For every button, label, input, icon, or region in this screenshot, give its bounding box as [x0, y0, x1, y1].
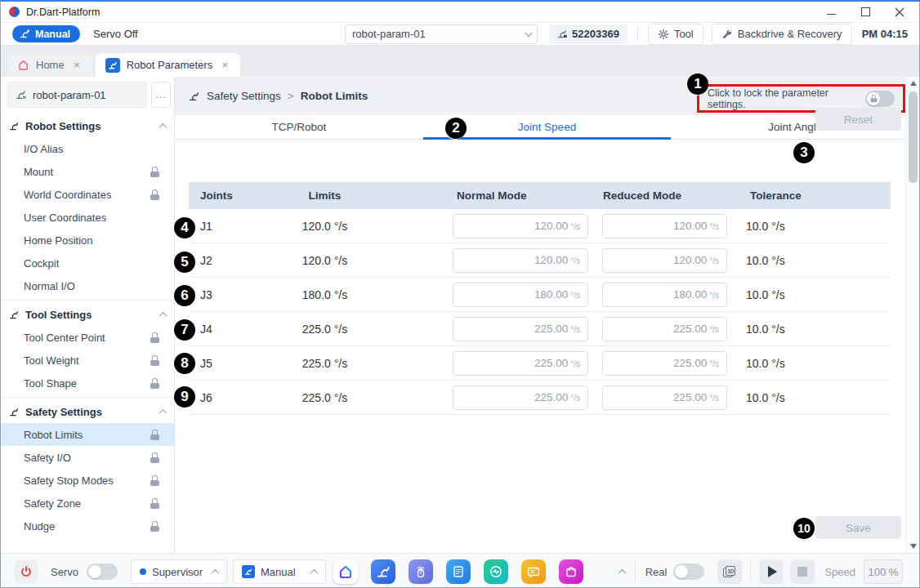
app-title: Dr.Dart-Platform: [26, 7, 100, 18]
joint-tolerance: 10.0 °/s: [735, 323, 891, 336]
dock-store-app[interactable]: [559, 559, 583, 584]
col-reduced-mode: Reduced Mode: [596, 189, 735, 202]
manual-mode-button[interactable]: Manual: [12, 25, 80, 42]
sidebar-item-user-coordinates[interactable]: User Coordinates: [1, 206, 174, 229]
item-label: Tool Center Point: [24, 332, 105, 344]
annotation-badge-3: 3: [793, 142, 815, 163]
reduced-mode-input[interactable]: 225.00°/s: [602, 317, 727, 341]
normal-mode-input[interactable]: 120.00°/s: [453, 248, 588, 273]
simulator-3d-button[interactable]: 3D: [717, 559, 742, 584]
sidebar-item-nudge[interactable]: Nudge: [1, 514, 174, 537]
sidebar-preset-box[interactable]: robot-param-01: [7, 82, 147, 108]
item-label: World Coordinates: [24, 189, 111, 201]
lock-icon: [150, 189, 159, 200]
maximize-button[interactable]: [860, 7, 870, 17]
app-window: Dr.Dart-Platform Manual Servo Off robot-…: [0, 0, 920, 588]
dock-document-app[interactable]: [446, 559, 471, 584]
breadcrumb-parent[interactable]: Safety Settings: [207, 90, 281, 102]
dock-remote-app[interactable]: [409, 559, 433, 584]
annotation-badge-4: 4: [174, 217, 195, 238]
table-header-row: Joints Limits Normal Mode Reduced Mode T…: [189, 182, 891, 209]
sidebar-item-robot-limits[interactable]: Robot Limits: [1, 423, 174, 446]
backdrive-recovery-button[interactable]: Backdrive & Recovery: [712, 24, 852, 45]
input-value: 225.00: [673, 357, 707, 369]
input-value: 180.00: [534, 288, 568, 301]
input-value: 225.00: [534, 391, 568, 403]
servo-toggle[interactable]: [87, 564, 118, 580]
minimize-button[interactable]: [826, 7, 836, 17]
sidebar-item-safety-zone[interactable]: Safety Zone: [1, 492, 174, 514]
tab-robot-parameters[interactable]: Robot Parameters ×: [96, 53, 241, 77]
scrollbar-thumb[interactable]: [909, 91, 918, 183]
robot-serial-badge[interactable]: 52203369: [549, 24, 627, 44]
dock-message-app[interactable]: [521, 559, 546, 584]
item-label: Robot Limits: [24, 429, 83, 441]
mode-select[interactable]: Manual: [233, 559, 326, 584]
sidebar-item-tool-weight[interactable]: Tool Weight: [1, 349, 174, 372]
unlock-icon: [870, 95, 877, 102]
play-button[interactable]: [759, 559, 784, 584]
normal-mode-input[interactable]: 180.00°/s: [453, 283, 588, 307]
reduced-mode-input[interactable]: 225.00°/s: [602, 385, 727, 410]
save-button[interactable]: Save: [815, 516, 901, 539]
tab-tcp-robot[interactable]: TCP/Robot: [175, 115, 423, 139]
sidebar-item-safety-io[interactable]: Safety I/O: [1, 446, 174, 469]
tab-label: Joint Speed: [518, 121, 576, 133]
section-safety-settings[interactable]: Safety Settings: [1, 400, 174, 423]
sidebar-item-tool-center-point[interactable]: Tool Center Point: [1, 326, 174, 349]
scroll-down-button[interactable]: [906, 540, 920, 553]
section-robot-settings[interactable]: Robot Settings: [1, 114, 174, 137]
sidebar-item-home-position[interactable]: Home Position: [1, 229, 174, 252]
close-button[interactable]: [895, 7, 904, 17]
sidebar-item-tool-shape[interactable]: Tool Shape: [1, 372, 174, 394]
chat-bubble-icon: [526, 564, 541, 579]
reduced-mode-input[interactable]: 120.00°/s: [602, 214, 727, 238]
tab-robot-parameters-close-icon[interactable]: ×: [219, 59, 230, 71]
scroll-up-button[interactable]: [906, 77, 920, 90]
maximize-icon: [861, 7, 870, 16]
sidebar-item-normal-io[interactable]: Normal I/O: [1, 274, 174, 297]
power-button[interactable]: [15, 560, 38, 583]
sidebar-more-button[interactable]: ...: [151, 82, 171, 108]
normal-mode-input[interactable]: 225.00°/s: [453, 385, 588, 410]
table-row-j2: J2 120.0 °/s 120.00°/s 120.00°/s 10.0 °/…: [189, 243, 891, 278]
input-unit: °/s: [709, 323, 719, 334]
sidebar-item-cockpit[interactable]: Cockpit: [1, 252, 174, 274]
tool-button[interactable]: Tool: [648, 24, 703, 45]
dock-expand-chevron-icon[interactable]: [618, 568, 626, 577]
speed-value-box[interactable]: 100 %: [864, 559, 903, 584]
reduced-mode-input[interactable]: 120.00°/s: [602, 248, 727, 273]
sidebar-item-io-alias[interactable]: I/O Alias: [1, 137, 174, 160]
reduced-mode-input[interactable]: 180.00°/s: [602, 283, 727, 307]
user-role-select[interactable]: Supervisor: [131, 559, 227, 584]
dock-robot-params-app[interactable]: [371, 559, 395, 584]
item-label: Cockpit: [24, 257, 59, 270]
user-role-value: Supervisor: [152, 566, 203, 578]
arrow-up-icon: [910, 81, 917, 86]
input-unit: °/s: [570, 323, 580, 334]
dock-monitoring-app[interactable]: [484, 559, 508, 584]
stop-button[interactable]: [790, 559, 815, 584]
dock-home-app[interactable]: [333, 559, 358, 584]
item-label: Safety Stop Modes: [24, 474, 114, 487]
normal-mode-input[interactable]: 225.00°/s: [453, 351, 588, 376]
tab-home[interactable]: Home ×: [7, 53, 92, 77]
reset-button[interactable]: Reset: [815, 108, 901, 131]
normal-mode-input[interactable]: 225.00°/s: [453, 317, 588, 341]
robot-preset-select[interactable]: robot-param-01: [345, 24, 538, 44]
manual-mode-label: Manual: [35, 29, 70, 40]
table-row-j4: J4 225.0 °/s 225.00°/s 225.00°/s 10.0 °/…: [189, 312, 891, 346]
normal-mode-input[interactable]: 120.00°/s: [453, 214, 588, 238]
table-row-j5: J5 225.0 °/s 225.00°/s 225.00°/s 10.0 °/…: [189, 346, 891, 381]
input-value: 120.00: [534, 254, 568, 266]
sidebar-item-safety-stop-modes[interactable]: Safety Stop Modes: [1, 469, 174, 492]
reduced-mode-input[interactable]: 225.00°/s: [602, 351, 727, 376]
vertical-scrollbar[interactable]: [905, 77, 919, 553]
section-tool-settings[interactable]: Tool Settings: [1, 303, 174, 326]
lock-parameters-toggle[interactable]: [865, 91, 895, 107]
tab-home-close-icon[interactable]: ×: [71, 59, 83, 71]
sidebar-item-mount[interactable]: Mount: [1, 160, 174, 183]
sidebar-item-world-coordinates[interactable]: World Coordinates: [1, 183, 174, 206]
real-toggle[interactable]: [673, 564, 704, 580]
annotation-badge-10: 10: [793, 518, 815, 539]
